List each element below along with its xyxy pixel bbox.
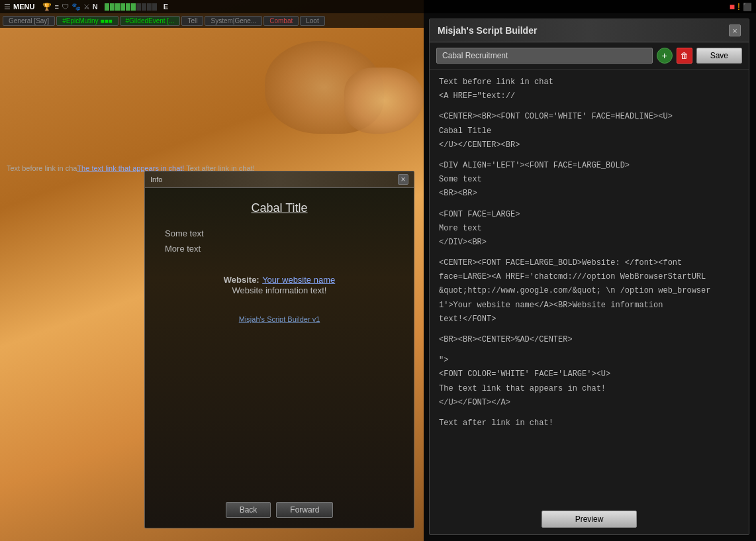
script-dropdown[interactable]: Cabal Recruitment bbox=[436, 48, 653, 64]
info-popup-content: Cabal Title Some text More text Website:… bbox=[145, 188, 414, 336]
n-label: N bbox=[93, 3, 98, 11]
content-line-19: <FONT COLOR='WHITE' FACE='LARGE'><U> bbox=[439, 368, 739, 381]
website-row: Website: Your website name bbox=[165, 273, 394, 285]
content-line-10: More text bbox=[439, 222, 739, 235]
content-line-2: <A HREF="text:// bbox=[439, 90, 739, 103]
script-builder-title: Misjah's Script Builder bbox=[438, 25, 537, 36]
tab-gilded[interactable]: #GildedEvent [... bbox=[120, 16, 181, 26]
website-section: Website: Your website name Website infor… bbox=[165, 273, 394, 295]
script-builder-header: Misjah's Script Builder × bbox=[430, 19, 749, 42]
cabal-title-text: Cabal Title bbox=[251, 201, 307, 215]
tab-loot[interactable]: Loot bbox=[300, 16, 324, 26]
list-icon: ≡ bbox=[54, 3, 58, 11]
content-line-16: text!</FONT> bbox=[439, 313, 739, 326]
back-button[interactable]: Back bbox=[226, 502, 271, 518]
red-status-icon: ■ bbox=[730, 1, 735, 12]
health-bars bbox=[105, 3, 157, 11]
content-line-14: &quot;http://www.google.com/&quot; \n /o… bbox=[439, 285, 739, 297]
builder-credit-link[interactable]: Misjah's Script Builder v1 bbox=[165, 315, 394, 323]
script-builder-preview-bar: Preview bbox=[430, 511, 749, 528]
website-info-text: Website information text! bbox=[165, 285, 394, 295]
delete-script-button[interactable]: 🗑 bbox=[677, 48, 692, 64]
info-popup-title: Info bbox=[150, 175, 162, 183]
content-line-5: </U></CENTER><BR> bbox=[439, 139, 739, 152]
more-text: More text bbox=[165, 244, 394, 254]
content-line-3: <CENTER><BR><FONT COLOR='WHITE' FACE=HEA… bbox=[439, 111, 739, 123]
tab-general[interactable]: General [Say] bbox=[3, 16, 55, 26]
content-line-20: The text link that appears in chat! bbox=[439, 383, 739, 395]
script-builder-toolbar: Cabal Recruitment + 🗑 Save bbox=[430, 42, 749, 70]
add-script-button[interactable]: + bbox=[657, 48, 673, 64]
content-line-7: Some text bbox=[439, 173, 739, 186]
content-line-22: Text after link in chat! bbox=[439, 417, 739, 430]
chat-tabs: General [Say] #EpicMutiny ■■■ #GildedEve… bbox=[0, 13, 424, 28]
sword-icon: ⚔ bbox=[83, 3, 90, 11]
content-line-4: Cabal Title bbox=[439, 125, 739, 138]
trash-icon: 🗑 bbox=[681, 51, 688, 60]
info-popup-header: Info × bbox=[145, 172, 414, 188]
content-line-1: Text before link in chat bbox=[439, 76, 739, 89]
info-popup: Info × Cabal Title Some text More text W… bbox=[144, 171, 414, 528]
content-line-21: </U></FONT></A> bbox=[439, 397, 739, 409]
menu-label[interactable]: MENU bbox=[13, 3, 34, 11]
save-script-button[interactable]: Save bbox=[696, 48, 742, 64]
trophy-icon: 🏆 bbox=[42, 3, 52, 11]
script-builder-panel: Misjah's Script Builder × Cabal Recruitm… bbox=[429, 19, 749, 535]
content-line-8: <BR><BR> bbox=[439, 187, 739, 200]
e-label: E bbox=[164, 3, 168, 11]
content-line-6: <DIV ALIGN='LEFT'><FONT FACE=LARGE_BOLD> bbox=[439, 160, 739, 172]
tab-epic[interactable]: #EpicMutiny ■■■ bbox=[56, 16, 118, 26]
script-builder-content: Text before link in chat <A HREF="text:/… bbox=[430, 70, 749, 512]
content-line-13: face=LARGE><A HREF='chatcmd:///option We… bbox=[439, 271, 739, 283]
some-text: Some text bbox=[165, 228, 394, 238]
content-line-12: <CENTER><FONT FACE=LARGE_BOLD>Website: <… bbox=[439, 257, 739, 270]
info-popup-footer: Back Forward bbox=[145, 502, 414, 518]
status-indicators: ■ ! ⬛ bbox=[730, 1, 752, 12]
tab-combat[interactable]: Combat bbox=[263, 16, 299, 26]
info-popup-close-button[interactable]: × bbox=[398, 174, 408, 185]
paw-icon: 🐾 bbox=[71, 3, 81, 11]
hud-bar: ☰ MENU 🏆 ≡ 🛡 🐾 ⚔ N E ■ ! ⬛ bbox=[0, 0, 756, 13]
content-line-15: 1'>Your website name</A><BR>Website info… bbox=[439, 299, 739, 312]
yellow-status-icon: ! bbox=[737, 1, 740, 12]
extra-icon: ⬛ bbox=[743, 3, 752, 11]
content-line-18: "> bbox=[439, 354, 739, 367]
shield-icon: 🛡 bbox=[62, 3, 69, 11]
website-link[interactable]: Your website name bbox=[262, 275, 335, 285]
content-line-17: <BR><BR><CENTER>%AD</CENTER> bbox=[439, 334, 739, 346]
chat-area bbox=[0, 28, 424, 167]
website-label: Website: bbox=[224, 275, 260, 285]
script-builder-close-button[interactable]: × bbox=[729, 25, 741, 36]
chat-before-text: Text before link in cha bbox=[7, 164, 77, 172]
tab-tell[interactable]: Tell bbox=[181, 16, 203, 26]
forward-button[interactable]: Forward bbox=[276, 502, 333, 518]
menu-icon: ☰ bbox=[4, 3, 11, 11]
preview-button[interactable]: Preview bbox=[542, 511, 638, 528]
content-line-11: </DIV><BR> bbox=[439, 236, 739, 249]
content-line-9: <FONT FACE=LARGE> bbox=[439, 209, 739, 221]
tab-system[interactable]: System|Gene... bbox=[205, 16, 262, 26]
